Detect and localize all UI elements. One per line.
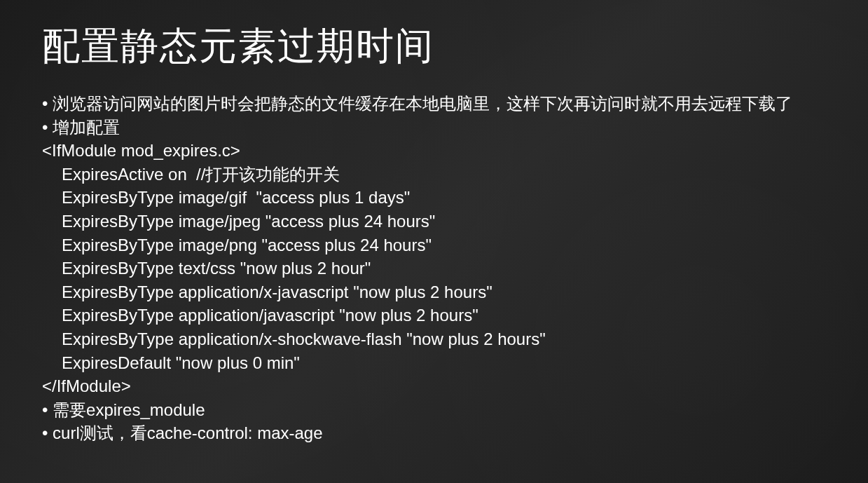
code-line: <IfModule mod_expires.c> <box>42 139 826 163</box>
code-line: ExpiresByType application/x-shockwave-fl… <box>42 327 826 351</box>
slide-title: 配置静态元素过期时间 <box>42 21 826 72</box>
code-line: ExpiresDefault "now plus 0 min" <box>42 351 826 375</box>
bullet-item: • curl测试，看cache-control: max-age <box>42 421 826 445</box>
code-line: ExpiresByType image/png "access plus 24 … <box>42 233 826 257</box>
code-line: ExpiresByType application/javascript "no… <box>42 304 826 327</box>
code-line: ExpiresByType image/gif "access plus 1 d… <box>42 186 826 210</box>
code-line: </IfModule> <box>42 374 826 398</box>
code-line: ExpiresByType image/jpeg "access plus 24… <box>42 210 826 233</box>
slide-content: • 浏览器访问网站的图片时会把静态的文件缓存在本地电脑里，这样下次再访问时就不用… <box>42 92 826 445</box>
code-line: ExpiresByType application/x-javascript "… <box>42 280 826 304</box>
bullet-item: • 浏览器访问网站的图片时会把静态的文件缓存在本地电脑里，这样下次再访问时就不用… <box>42 92 826 116</box>
code-line: ExpiresByType text/css "now plus 2 hour" <box>42 257 826 280</box>
bullet-item: • 增加配置 <box>42 116 826 140</box>
code-line: ExpiresActive on //打开该功能的开关 <box>42 163 826 186</box>
bullet-item: • 需要expires_module <box>42 398 826 422</box>
